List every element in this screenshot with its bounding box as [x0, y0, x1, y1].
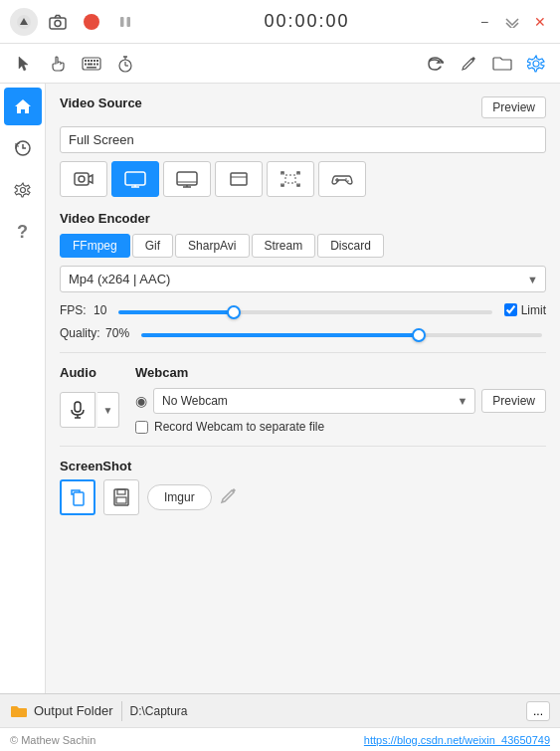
close-button[interactable]: ✕ [530, 12, 550, 32]
encoder-tabs: FFmpeg Gif SharpAvi Stream Discard [60, 234, 546, 258]
encoder-tab-discard[interactable]: Discard [317, 234, 384, 258]
svg-rect-32 [177, 172, 197, 185]
codec-select[interactable]: Mp4 (x264 | AAC) Mp4 (x265 | AAC) Avi Mk… [60, 266, 546, 292]
webcam-record-separate-label: Record Webcam to separate file [154, 420, 324, 434]
output-folder-button[interactable]: Output Folder [10, 703, 113, 718]
timer-display: 00:00:00 [147, 11, 467, 32]
output-folder-label: Output Folder [34, 703, 113, 718]
title-bar-icons [10, 8, 139, 36]
svg-point-25 [20, 188, 25, 193]
sidebar-item-help[interactable]: ? [4, 213, 42, 251]
fps-limit-control: Limit [504, 303, 546, 317]
source-icon-gamepad[interactable] [318, 161, 366, 197]
camera-icon[interactable] [44, 8, 72, 36]
main-content: ? Video Source Preview [0, 84, 560, 693]
pen-icon[interactable] [455, 50, 482, 78]
encoder-tab-sharpavi[interactable]: SharpAvi [175, 234, 249, 258]
svg-rect-6 [127, 17, 131, 27]
svg-rect-17 [87, 67, 96, 69]
fps-label: FPS: 10 [60, 303, 106, 317]
video-source-icons [60, 161, 546, 197]
video-encoder-label: Video Encoder [60, 211, 150, 226]
source-icon-region[interactable] [267, 161, 314, 197]
video-source-preview-button[interactable]: Preview [481, 96, 546, 118]
keyboard-tool[interactable] [78, 50, 105, 78]
copyright-link[interactable]: https://blog.csdn.net/weixin_43650749 [364, 734, 550, 746]
encoder-tab-ffmpeg[interactable]: FFmpeg [60, 234, 130, 258]
sidebar-item-history[interactable] [4, 129, 42, 167]
screenshot-label: ScreenShot [60, 459, 131, 473]
fps-limit-checkbox[interactable] [504, 303, 517, 316]
svg-point-3 [55, 20, 61, 26]
hand-tool[interactable] [44, 50, 72, 78]
quality-slider[interactable] [141, 333, 542, 337]
svg-rect-29 [125, 172, 145, 185]
webcam-record-separate-checkbox[interactable] [135, 421, 148, 434]
title-bar: 00:00:00 − ✕ [0, 0, 560, 44]
webcam-preview-button[interactable]: Preview [481, 389, 546, 413]
source-icon-screen[interactable] [111, 161, 159, 197]
audio-mic-button[interactable] [60, 392, 95, 428]
webcam-select-row: ◉ No Webcam Default Webcam ▼ Preview [135, 388, 546, 414]
webcam-select-wrapper: No Webcam Default Webcam ▼ [153, 388, 475, 414]
minimize-button[interactable]: − [474, 12, 494, 32]
svg-rect-49 [116, 497, 126, 503]
divider-2 [60, 446, 546, 447]
content-area: Video Source Preview [46, 84, 560, 693]
pause-icon[interactable] [111, 8, 139, 36]
sidebar-item-home[interactable] [4, 88, 42, 125]
audio-dropdown-button[interactable]: ▼ [97, 392, 119, 428]
source-icon-webcam[interactable] [60, 161, 107, 197]
svg-rect-38 [285, 175, 295, 183]
up-arrow-icon[interactable] [10, 8, 38, 36]
quality-label: Quality: 70% [60, 326, 129, 340]
svg-point-4 [84, 14, 99, 30]
fps-slider-row: FPS: 10 Limit [60, 302, 546, 317]
screenshot-save-button[interactable] [103, 479, 139, 515]
screenshot-pen-button[interactable] [220, 486, 238, 508]
encoder-tab-stream[interactable]: Stream [252, 234, 316, 258]
timer-tool[interactable] [111, 50, 139, 78]
video-source-input[interactable] [60, 126, 546, 153]
fps-slider[interactable] [118, 310, 491, 314]
refresh-icon[interactable] [421, 50, 449, 78]
copyright-bar: © Mathew Sachin https://blog.csdn.net/we… [0, 727, 560, 751]
gear-icon[interactable] [522, 50, 550, 78]
quality-slider-row: Quality: 70% [60, 325, 546, 340]
screenshot-imgur-button[interactable]: Imgur [147, 484, 212, 510]
svg-rect-8 [85, 60, 87, 62]
svg-rect-36 [231, 173, 247, 185]
audio-label: Audio [60, 365, 119, 380]
svg-point-23 [533, 61, 539, 67]
svg-rect-46 [74, 492, 84, 505]
more-button[interactable]: ... [526, 701, 550, 721]
svg-rect-9 [88, 60, 90, 62]
webcam-camera-icon: ◉ [135, 393, 147, 409]
cursor-tool[interactable] [10, 50, 38, 78]
svg-rect-5 [120, 17, 124, 27]
open-folder-icon[interactable] [488, 50, 516, 78]
source-icon-monitor[interactable] [163, 161, 211, 197]
svg-point-42 [347, 180, 349, 182]
collapse-button[interactable] [502, 12, 522, 32]
output-path: D:\Captura [130, 704, 518, 718]
source-icon-window[interactable] [215, 161, 263, 197]
svg-rect-10 [91, 60, 93, 62]
audio-webcam-row: Audio ▼ Webcam ◉ No Webcam Default W [60, 365, 546, 434]
copyright-text: © Mathew Sachin [10, 734, 95, 746]
screenshot-section: ScreenShot Imgur [60, 459, 546, 515]
sidebar-item-settings[interactable] [4, 171, 42, 209]
webcam-select[interactable]: No Webcam Default Webcam [153, 388, 475, 414]
encoder-tab-gif[interactable]: Gif [132, 234, 173, 258]
svg-rect-2 [50, 18, 66, 29]
svg-rect-13 [85, 63, 87, 65]
record-icon[interactable] [78, 8, 105, 36]
screenshot-copy-button[interactable] [60, 479, 95, 515]
webcam-record-separate-row: Record Webcam to separate file [135, 420, 546, 434]
sidebar: ? [0, 84, 46, 693]
svg-rect-26 [75, 173, 89, 185]
bottom-bar: Output Folder D:\Captura ... [0, 693, 560, 727]
svg-rect-43 [75, 402, 81, 412]
svg-point-41 [345, 178, 347, 180]
video-source-label: Video Source [60, 95, 142, 110]
